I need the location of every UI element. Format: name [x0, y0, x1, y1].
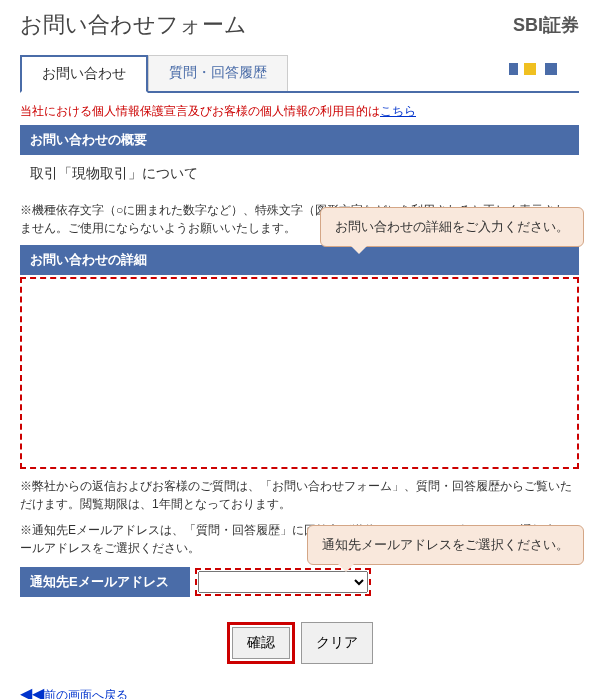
email-section: 通知先メールアドレスをご選択ください。 通知先Eメールアドレス: [20, 567, 579, 597]
confirm-button[interactable]: 確認: [232, 627, 290, 659]
callout-email: 通知先メールアドレスをご選択ください。: [307, 525, 584, 565]
back-arrow-icon: ◀◀: [20, 685, 44, 699]
brand-logo: SBI証券: [513, 13, 579, 37]
callout-detail: お問い合わせの詳細をご入力ください。: [320, 207, 584, 247]
button-row: 確認 クリア: [20, 622, 579, 664]
back-link-row: ◀◀前の画面へ戻る: [20, 684, 579, 699]
inquiry-topic: 取引「現物取引」について: [20, 155, 579, 193]
privacy-link[interactable]: こちら: [380, 104, 416, 118]
privacy-text: 当社における個人情報保護宣言及びお客様の個人情報の利用目的は: [20, 104, 380, 118]
overview-header: お問い合わせの概要: [20, 125, 579, 155]
clear-button[interactable]: クリア: [301, 622, 373, 664]
inquiry-detail-textarea[interactable]: [24, 281, 575, 461]
tab-inquiry[interactable]: お問い合わせ: [20, 55, 148, 93]
textarea-highlight: [20, 277, 579, 469]
page-title: お問い合わせフォーム: [20, 10, 247, 40]
tab-history[interactable]: 質問・回答履歴: [148, 55, 288, 91]
detail-header: お問い合わせの詳細: [20, 245, 579, 275]
reply-note-1: ※弊社からの返信およびお客様のご質問は、「お問い合わせフォーム」、質問・回答履歴…: [20, 477, 579, 513]
confirm-button-highlight: 確認: [227, 622, 295, 664]
page-header: お問い合わせフォーム SBI証券: [20, 10, 579, 40]
privacy-notice: 当社における個人情報保護宣言及びお客様の個人情報の利用目的はこちら: [20, 103, 579, 120]
header-graphic-icon: [509, 63, 569, 78]
tab-bar: お問い合わせ 質問・回答履歴: [20, 55, 579, 93]
detail-section: お問い合わせの詳細をご入力ください。 お問い合わせの詳細: [20, 245, 579, 469]
back-link[interactable]: 前の画面へ戻る: [44, 688, 128, 699]
email-label: 通知先Eメールアドレス: [20, 567, 190, 597]
